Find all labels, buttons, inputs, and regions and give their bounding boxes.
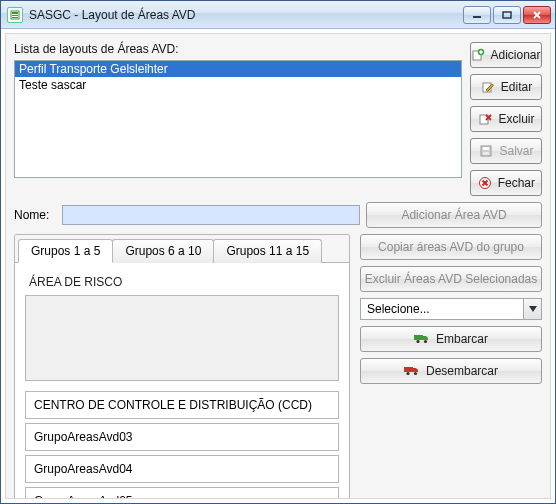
svg-rect-3 — [12, 17, 18, 18]
group-item-5[interactable]: GrupoAreasAvd05 — [25, 487, 339, 499]
truck-embark-icon — [414, 332, 430, 347]
truck-disembark-icon — [404, 364, 420, 379]
tab[interactable]: Grupos 11 a 15 — [213, 239, 322, 263]
group-area-risk[interactable] — [25, 295, 339, 381]
svg-rect-18 — [483, 152, 489, 155]
delete-areas-button[interactable]: Excluir Áreas AVD Selecionadas — [360, 266, 542, 292]
area-select-value: Selecione... — [361, 299, 523, 319]
desembarcar-button[interactable]: Desembarcar — [360, 358, 542, 384]
delete-button[interactable]: Excluir — [470, 106, 542, 132]
svg-rect-23 — [414, 335, 423, 340]
group-item-3[interactable]: GrupoAreasAvd03 — [25, 423, 339, 451]
left-column: Grupos 1 a 5Grupos 6 a 10Grupos 11 a 15 … — [14, 234, 350, 488]
save-button[interactable]: Salvar — [470, 138, 542, 164]
tab[interactable]: Grupos 6 a 10 — [112, 239, 214, 263]
right-column: Copiar áreas AVD do grupo Excluir Áreas … — [360, 234, 542, 488]
edit-button-label: Editar — [501, 80, 532, 94]
copy-areas-button-label: Copiar áreas AVD do grupo — [378, 240, 524, 254]
add-area-button-label: Adicionar Área AVD — [401, 208, 506, 222]
delete-areas-button-label: Excluir Áreas AVD Selecionadas — [365, 272, 538, 286]
close-window-button[interactable] — [523, 6, 551, 24]
delete-icon — [477, 111, 493, 127]
copy-areas-button[interactable]: Copiar áreas AVD do grupo — [360, 234, 542, 260]
svg-rect-2 — [12, 15, 18, 16]
chevron-down-icon — [523, 299, 541, 319]
close-icon — [477, 175, 493, 191]
app-window: SASGC - Layout de Áreas AVD Lista de lay… — [0, 0, 556, 504]
group-item-4[interactable]: GrupoAreasAvd04 — [25, 455, 339, 483]
close-button-label: Fechar — [498, 176, 535, 190]
nome-row: Nome: Adicionar Área AVD — [14, 202, 542, 228]
svg-rect-26 — [404, 367, 413, 372]
minimize-button[interactable] — [463, 6, 491, 24]
list-item[interactable]: Teste sascar — [15, 77, 461, 93]
layout-list-area: Lista de layouts de Áreas AVD: Perfil Tr… — [14, 42, 462, 196]
side-buttons: Adicionar Editar Excluir — [470, 42, 542, 196]
nome-label: Nome: — [14, 208, 56, 222]
add-area-button[interactable]: Adicionar Área AVD — [366, 202, 542, 228]
tabs-container: Grupos 1 a 5Grupos 6 a 10Grupos 11 a 15 … — [14, 234, 350, 499]
top-row: Lista de layouts de Áreas AVD: Perfil Tr… — [14, 42, 542, 196]
client-area: Lista de layouts de Áreas AVD: Perfil Tr… — [5, 33, 551, 499]
embarcar-button[interactable]: Embarcar — [360, 326, 542, 352]
window-title: SASGC - Layout de Áreas AVD — [29, 8, 463, 22]
tab[interactable]: Grupos 1 a 5 — [18, 239, 113, 263]
bottom-area: Grupos 1 a 5Grupos 6 a 10Grupos 11 a 15 … — [14, 234, 542, 488]
area-select[interactable]: Selecione... — [360, 298, 542, 320]
svg-marker-22 — [529, 306, 537, 312]
add-icon — [471, 47, 485, 63]
svg-rect-17 — [483, 147, 489, 150]
close-button[interactable]: Fechar — [470, 170, 542, 196]
tab-strip: Grupos 1 a 5Grupos 6 a 10Grupos 11 a 15 — [15, 235, 349, 263]
delete-button-label: Excluir — [498, 112, 534, 126]
edit-icon — [480, 79, 496, 95]
embarcar-button-label: Embarcar — [436, 332, 488, 346]
layout-listbox[interactable]: Perfil Transporte GelsleihterTeste sasca… — [14, 60, 462, 178]
group-header-risk: ÁREA DE RISCO — [23, 271, 341, 293]
svg-rect-1 — [12, 12, 18, 14]
layout-list-label: Lista de layouts de Áreas AVD: — [14, 42, 462, 56]
svg-point-27 — [406, 371, 409, 374]
window-controls — [463, 6, 551, 24]
list-item[interactable]: Perfil Transporte Gelsleihter — [15, 61, 461, 77]
save-icon — [478, 143, 494, 159]
maximize-button[interactable] — [493, 6, 521, 24]
group-header-ccd[interactable]: CENTRO DE CONTROLE E DISTRIBUIÇÃO (CCD) — [25, 391, 339, 419]
svg-point-25 — [424, 339, 427, 342]
app-icon — [7, 7, 23, 23]
titlebar: SASGC - Layout de Áreas AVD — [1, 1, 555, 29]
edit-button[interactable]: Editar — [470, 74, 542, 100]
add-button[interactable]: Adicionar — [470, 42, 542, 68]
nome-input[interactable] — [62, 205, 360, 225]
svg-rect-11 — [480, 51, 483, 53]
add-button-label: Adicionar — [490, 48, 540, 62]
svg-point-24 — [416, 339, 419, 342]
svg-rect-4 — [473, 16, 481, 18]
svg-point-28 — [414, 371, 417, 374]
tab-body: ÁREA DE RISCO CENTRO DE CONTROLE E DISTR… — [15, 263, 349, 499]
svg-rect-5 — [503, 12, 511, 18]
desembarcar-button-label: Desembarcar — [426, 364, 498, 378]
save-button-label: Salvar — [499, 144, 533, 158]
